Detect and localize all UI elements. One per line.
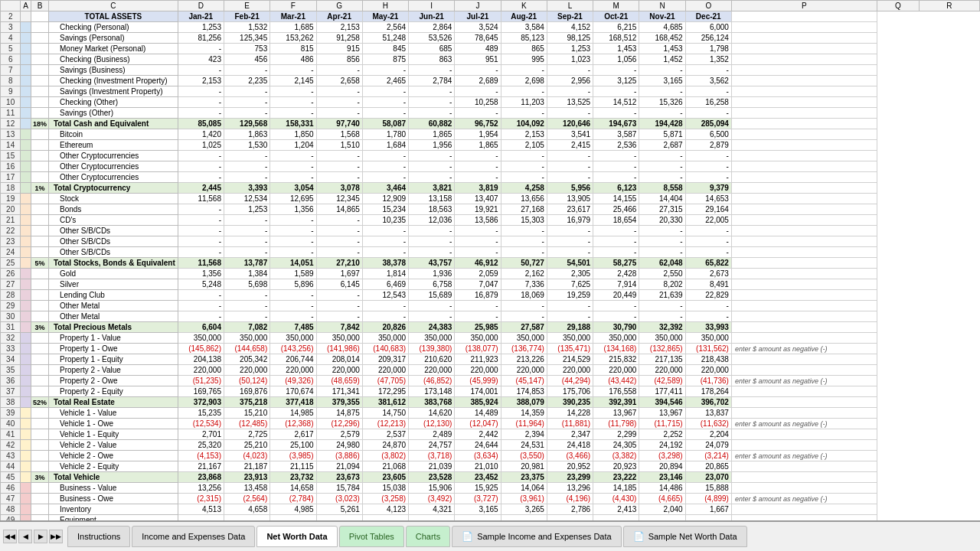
data-cell[interactable]: (3,802): [362, 451, 408, 461]
data-cell[interactable]: (4,023): [224, 451, 270, 461]
data-cell[interactable]: -: [501, 86, 547, 97]
data-cell[interactable]: 20,952: [547, 461, 593, 472]
data-cell[interactable]: 1,056: [593, 54, 639, 65]
data-cell[interactable]: 21,187: [224, 461, 270, 472]
data-cell[interactable]: -: [270, 161, 316, 172]
data-cell[interactable]: -: [178, 97, 224, 108]
data-cell[interactable]: 1,510: [316, 140, 362, 151]
data-cell[interactable]: 217,135: [639, 354, 685, 365]
data-cell[interactable]: 51,248: [362, 33, 408, 44]
data-cell[interactable]: (3,961): [501, 494, 547, 504]
data-cell[interactable]: -: [409, 151, 455, 161]
data-cell[interactable]: 14,155: [593, 194, 639, 204]
data-cell[interactable]: (3,985): [270, 451, 316, 461]
data-cell[interactable]: -: [178, 161, 224, 172]
data-cell[interactable]: 174,853: [501, 386, 547, 397]
data-cell[interactable]: -: [178, 311, 224, 322]
data-cell[interactable]: 170,674: [270, 386, 316, 397]
data-cell[interactable]: -: [316, 301, 362, 311]
data-cell[interactable]: 350,000: [270, 333, 316, 344]
data-cell[interactable]: 14,512: [593, 97, 639, 108]
data-cell[interactable]: -: [501, 515, 547, 521]
data-cell[interactable]: (131,562): [685, 344, 731, 354]
data-cell[interactable]: 11,568: [178, 258, 224, 269]
data-cell[interactable]: -: [362, 151, 408, 161]
data-cell[interactable]: 1,253: [224, 204, 270, 215]
data-cell[interactable]: (41,736): [685, 376, 731, 386]
data-cell[interactable]: 7,914: [593, 279, 639, 290]
data-cell[interactable]: 456: [224, 54, 270, 65]
data-cell[interactable]: -: [639, 226, 685, 236]
data-cell[interactable]: -: [639, 65, 685, 76]
data-cell[interactable]: -: [316, 311, 362, 322]
data-cell[interactable]: 486: [270, 54, 316, 65]
data-cell[interactable]: 23,913: [224, 472, 270, 483]
data-cell[interactable]: 2,145: [270, 76, 316, 86]
data-cell[interactable]: 24,870: [362, 440, 408, 451]
data-cell[interactable]: -: [178, 44, 224, 54]
data-cell[interactable]: -: [178, 215, 224, 226]
data-cell[interactable]: 53,526: [409, 33, 455, 44]
data-cell[interactable]: 20,923: [593, 461, 639, 472]
data-cell[interactable]: -: [639, 311, 685, 322]
data-cell[interactable]: (11,798): [593, 419, 639, 429]
data-cell[interactable]: 23,732: [270, 472, 316, 483]
data-cell[interactable]: -: [501, 247, 547, 258]
data-cell[interactable]: 158,331: [270, 119, 316, 129]
data-cell[interactable]: 6,500: [685, 129, 731, 140]
data-cell[interactable]: -: [362, 247, 408, 258]
data-cell[interactable]: 845: [362, 44, 408, 54]
data-cell[interactable]: (138,077): [455, 344, 501, 354]
data-cell[interactable]: 220,000: [501, 365, 547, 376]
data-cell[interactable]: (4,899): [685, 494, 731, 504]
data-cell[interactable]: 218,438: [685, 354, 731, 365]
data-cell[interactable]: 38,378: [362, 258, 408, 269]
data-cell[interactable]: -: [316, 86, 362, 97]
data-cell[interactable]: 2,445: [178, 183, 224, 194]
data-cell[interactable]: -: [639, 151, 685, 161]
data-cell[interactable]: 129,568: [224, 119, 270, 129]
data-cell[interactable]: 15,925: [455, 483, 501, 494]
data-cell[interactable]: (132,865): [639, 344, 685, 354]
data-cell[interactable]: (144,658): [224, 344, 270, 354]
data-cell[interactable]: 8,558: [639, 183, 685, 194]
data-cell[interactable]: -: [224, 65, 270, 76]
data-cell[interactable]: -: [547, 515, 593, 521]
data-cell[interactable]: 24,644: [455, 440, 501, 451]
data-cell[interactable]: -: [409, 226, 455, 236]
data-cell[interactable]: 1,667: [685, 504, 731, 515]
tab-scroll-left-left[interactable]: ◀◀: [3, 530, 17, 543]
data-cell[interactable]: 125,345: [224, 33, 270, 44]
data-cell[interactable]: -: [316, 108, 362, 119]
data-cell[interactable]: 4,152: [547, 22, 593, 33]
data-cell[interactable]: -: [409, 97, 455, 108]
data-cell[interactable]: 2,252: [639, 429, 685, 440]
data-cell[interactable]: (3,023): [316, 494, 362, 504]
data-cell[interactable]: 62,048: [639, 258, 685, 269]
data-cell[interactable]: 194,428: [639, 119, 685, 129]
data-cell[interactable]: 2,550: [639, 269, 685, 279]
data-cell[interactable]: 1,780: [362, 129, 408, 140]
data-cell[interactable]: 176,558: [593, 386, 639, 397]
data-cell[interactable]: (4,430): [593, 494, 639, 504]
data-cell[interactable]: -: [270, 151, 316, 161]
data-cell[interactable]: -: [593, 226, 639, 236]
data-cell[interactable]: 379,355: [316, 397, 362, 408]
data-cell[interactable]: -: [362, 108, 408, 119]
data-cell[interactable]: 175,706: [547, 386, 593, 397]
data-cell[interactable]: 2,204: [685, 429, 731, 440]
data-cell[interactable]: -: [178, 515, 224, 521]
data-cell[interactable]: -: [316, 172, 362, 183]
data-cell[interactable]: 1,253: [547, 44, 593, 54]
data-cell[interactable]: -: [178, 151, 224, 161]
data-cell[interactable]: 58,087: [362, 119, 408, 129]
data-cell[interactable]: (11,964): [501, 419, 547, 429]
data-cell[interactable]: 173,148: [409, 386, 455, 397]
data-cell[interactable]: 13,787: [224, 258, 270, 269]
data-cell[interactable]: 377,418: [270, 397, 316, 408]
data-cell[interactable]: -: [409, 515, 455, 521]
data-cell[interactable]: 1,356: [178, 269, 224, 279]
data-cell[interactable]: 2,879: [685, 140, 731, 151]
data-cell[interactable]: 1,452: [639, 54, 685, 65]
data-cell[interactable]: -: [685, 86, 731, 97]
